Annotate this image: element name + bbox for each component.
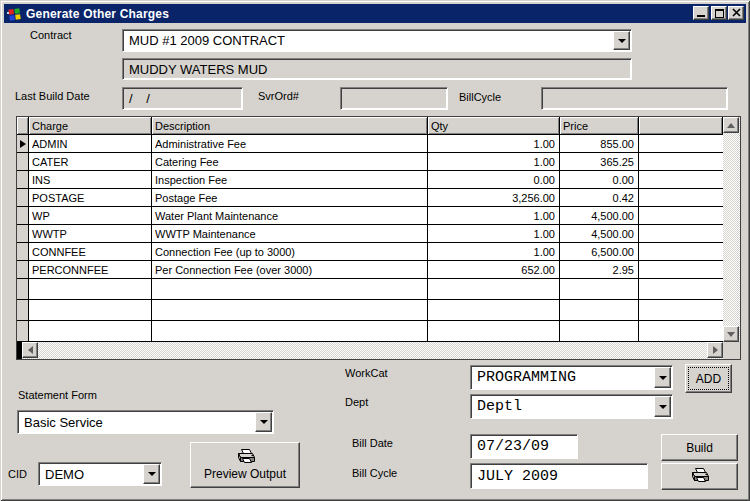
cell-charge[interactable]: INS [29, 171, 152, 188]
cell-price[interactable]: 4,500.00 [560, 207, 639, 224]
table-row[interactable]: PERCONNFEE Per Connection Fee (over 3000… [17, 261, 723, 279]
cell-qty[interactable]: 1.00 [428, 243, 560, 260]
cell-extra [639, 189, 723, 206]
statement-form-dropdown-button[interactable] [255, 412, 272, 432]
bill-date-value: 07/23/09 [477, 438, 549, 455]
cell-price[interactable]: 0.00 [560, 171, 639, 188]
cell-charge[interactable]: WP [29, 207, 152, 224]
cell-qty[interactable]: 1.00 [428, 207, 560, 224]
table-row[interactable]: CONNFEE Connection Fee (up to 3000) 1.00… [17, 243, 723, 261]
cell-charge[interactable]: ADMIN [29, 135, 152, 152]
grid-header-price[interactable]: Price [560, 117, 639, 135]
grid-header-charge[interactable]: Charge [29, 117, 152, 135]
cell-price[interactable]: 365.25 [560, 153, 639, 170]
cid-dropdown-button[interactable] [143, 464, 160, 484]
cell-qty[interactable]: 1.00 [428, 225, 560, 242]
build-button[interactable]: Build [661, 434, 738, 461]
cell-charge[interactable]: PERCONNFEE [29, 261, 152, 278]
cell-qty[interactable]: 3,256.00 [428, 189, 560, 206]
contract-dropdown-button[interactable] [613, 31, 630, 50]
cid-label: CID [8, 468, 27, 480]
cell-price[interactable]: 4,500.00 [560, 225, 639, 242]
table-row[interactable]: POSTAGE Postage Fee 3,256.00 0.42 [17, 189, 723, 207]
last-build-date-label: Last Build Date [15, 90, 90, 102]
close-icon [732, 8, 741, 17]
dept-dropdown[interactable]: Deptl [470, 394, 673, 419]
preview-output-button[interactable]: Preview Output [190, 442, 300, 488]
cell-description[interactable]: WWTP Maintenance [152, 225, 428, 242]
cell-charge[interactable]: POSTAGE [29, 189, 152, 206]
print-button[interactable] [661, 463, 738, 490]
row-selector [17, 189, 29, 206]
cell-description[interactable]: Water Plant Maintenance [152, 207, 428, 224]
cell-charge[interactable]: WWTP [29, 225, 152, 242]
cell-qty[interactable]: 652.00 [428, 261, 560, 278]
scroll-down-button[interactable] [723, 326, 739, 342]
build-button-label: Build [686, 441, 713, 455]
arrow-right-icon [713, 346, 722, 354]
table-row[interactable]: ADMIN Administrative Fee 1.00 855.00 [17, 135, 723, 153]
statement-form-dropdown[interactable]: Basic Service [17, 410, 274, 434]
table-row-empty[interactable] [17, 300, 723, 321]
table-row-empty[interactable] [17, 321, 723, 342]
horizontal-scrollbar[interactable] [17, 342, 723, 359]
cell-description[interactable]: Connection Fee (up to 3000) [152, 243, 428, 260]
add-button[interactable]: ADD [685, 364, 732, 393]
scroll-left-button[interactable] [22, 342, 38, 358]
table-row[interactable]: WWTP WWTP Maintenance 1.00 4,500.00 [17, 225, 723, 243]
cell-charge [29, 321, 152, 341]
cell-price[interactable]: 6,500.00 [560, 243, 639, 260]
table-row[interactable]: CATER Catering Fee 1.00 365.25 [17, 153, 723, 171]
window-title: Generate Other Charges [26, 7, 169, 21]
scroll-right-button[interactable] [707, 342, 723, 358]
table-row-empty[interactable] [17, 279, 723, 300]
cell-description[interactable]: Catering Fee [152, 153, 428, 170]
cid-value: DEMO [45, 467, 84, 482]
cell-description [152, 279, 428, 299]
scroll-up-button[interactable] [723, 117, 739, 133]
cell-price[interactable]: 2.95 [560, 261, 639, 278]
cell-price[interactable]: 855.00 [560, 135, 639, 152]
title-bar: Generate Other Charges [4, 4, 746, 23]
generate-other-charges-window: Generate Other Charges Contract MUD #1 2… [0, 0, 750, 501]
table-row[interactable]: INS Inspection Fee 0.00 0.00 [17, 171, 723, 189]
grid-header-qty[interactable]: Qty [428, 117, 560, 135]
table-row[interactable]: WP Water Plant Maintenance 1.00 4,500.00 [17, 207, 723, 225]
cell-qty[interactable]: 0.00 [428, 171, 560, 188]
cell-qty [428, 300, 560, 320]
printer-icon [689, 468, 710, 485]
minimize-button[interactable] [693, 6, 709, 20]
close-button[interactable] [728, 6, 744, 20]
cell-price [560, 300, 639, 320]
grid-header-description[interactable]: Description [152, 117, 428, 135]
cell-description[interactable]: Administrative Fee [152, 135, 428, 152]
row-selector [17, 300, 29, 320]
workcat-dropdown[interactable]: PROGRAMMING [470, 365, 673, 390]
bill-date-field[interactable]: 07/23/09 [470, 434, 578, 459]
cell-extra [639, 243, 723, 260]
cell-charge [29, 300, 152, 320]
cell-charge[interactable]: CONNFEE [29, 243, 152, 260]
cell-charge[interactable]: CATER [29, 153, 152, 170]
row-selector [17, 279, 29, 299]
arrow-left-icon [24, 346, 33, 354]
cell-price[interactable]: 0.42 [560, 189, 639, 206]
cell-description[interactable]: Inspection Fee [152, 171, 428, 188]
contract-dropdown[interactable]: MUD #1 2009 CONTRACT [122, 29, 632, 52]
cell-qty[interactable]: 1.00 [428, 153, 560, 170]
workcat-label: WorkCat [345, 367, 388, 379]
maximize-button[interactable] [711, 6, 727, 20]
cell-qty[interactable]: 1.00 [428, 135, 560, 152]
bill-cycle-field[interactable]: JULY 2009 [470, 463, 648, 489]
statement-form-value: Basic Service [24, 415, 103, 430]
vertical-scrollbar[interactable] [723, 117, 740, 342]
cell-description[interactable]: Postage Fee [152, 189, 428, 206]
row-selector [17, 261, 29, 278]
cell-description[interactable]: Per Connection Fee (over 3000) [152, 261, 428, 278]
cell-extra [639, 207, 723, 224]
workcat-dropdown-button[interactable] [654, 367, 671, 388]
cell-description [152, 321, 428, 341]
printer-icon [235, 449, 256, 466]
dept-dropdown-button[interactable] [654, 396, 671, 417]
cid-dropdown[interactable]: DEMO [38, 462, 162, 486]
